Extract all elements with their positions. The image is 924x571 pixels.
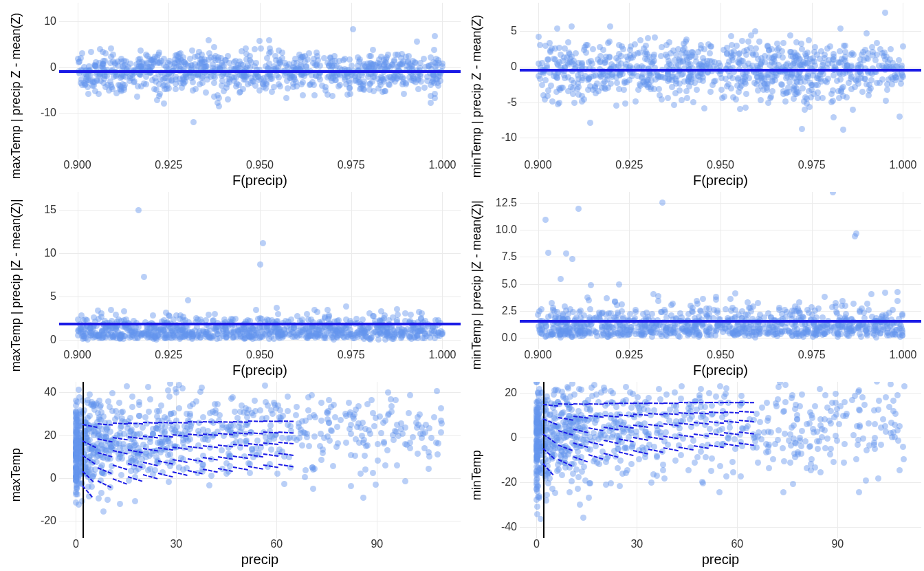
panel-0-0: maxTemp | precip Z - mean(Z)-100100.9000… [3,3,461,189]
x-tick-label: 1.000 [889,159,916,171]
y-tick-label: 0 [511,431,517,444]
y-tick-label: 0.0 [502,332,517,344]
y-tick-label: 20 [505,387,517,399]
x-tick-label: 0.950 [246,159,274,171]
trend-line [59,70,461,73]
x-tick-label: 90 [831,538,844,550]
x-axis-label: F(precip) [520,363,921,379]
x-tick-label: 0.900 [525,159,552,171]
x-axis: 0306090 [59,538,461,552]
x-tick-label: 1.000 [889,349,916,361]
x-axis-label: F(precip) [59,363,461,379]
x-tick-label: 1.000 [428,349,456,361]
trend-line [59,323,461,325]
y-axis: 051015 [29,192,59,348]
x-tick-label: 90 [371,538,383,550]
x-tick-label: 0.950 [246,349,274,361]
y-tick-label: -40 [501,521,517,533]
x-tick-label: 0.975 [798,159,826,171]
y-tick-label: 0 [511,61,517,73]
panel-1-1: minTemp | precip |Z - mean(Z)|0.02.55.07… [463,192,921,378]
y-axis-label: minTemp | precip Z - mean(Z) [463,3,490,189]
x-axis: 0.9000.9250.9500.9751.000 [520,159,921,173]
x-tick-label: 0 [73,538,79,550]
y-tick-label: 5 [511,25,517,37]
plot-area [59,382,461,538]
y-tick-label: -10 [41,107,56,119]
plot-area [59,192,461,348]
x-tick-label: 0.925 [615,349,643,361]
x-axis-label: F(precip) [520,173,921,189]
x-tick-label: 0.975 [338,159,365,171]
plot-area [520,382,921,538]
plot-area [59,3,461,159]
y-axis: -2002040 [29,382,59,538]
y-axis-label: minTemp | precip |Z - mean(Z)| [463,192,490,378]
y-tick-label: 5.0 [502,278,517,290]
y-tick-label: 10.0 [496,224,517,236]
panel-2-1: minTemp-40-200200306090precip [463,382,921,568]
x-axis: 0306090 [520,538,921,552]
y-tick-label: -5 [507,96,517,109]
y-tick-label: 0 [50,334,56,346]
x-tick-label: 60 [731,538,743,550]
vertical-line [82,382,84,538]
y-tick-label: -20 [501,476,517,488]
x-tick-label: 30 [630,538,643,550]
y-axis-label: maxTemp | precip |Z - mean(Z)| [3,192,29,378]
x-tick-label: 30 [170,538,182,550]
y-axis: -40-20020 [490,382,520,538]
x-axis-label: F(precip) [59,173,461,189]
x-tick-label: 60 [270,538,283,550]
trend-line [520,320,921,323]
y-axis: -10-505 [490,3,520,159]
y-tick-label: 0 [50,472,56,484]
panel-1-0: maxTemp | precip |Z - mean(Z)|0510150.90… [3,192,461,378]
x-tick-label: 0.900 [525,349,552,361]
y-tick-label: -20 [41,515,56,527]
panel-2-0: maxTemp-20020400306090precip [3,382,461,568]
x-axis: 0.9000.9250.9500.9751.000 [59,159,461,173]
x-axis-label: precip [520,552,921,568]
plot-area [520,3,921,159]
x-axis-label: precip [59,552,461,568]
y-tick-label: 15 [44,204,56,216]
y-axis-label: maxTemp [3,382,29,568]
y-tick-label: 0 [50,61,56,74]
x-axis: 0.9000.9250.9500.9751.000 [59,349,461,363]
x-tick-label: 0.925 [615,159,643,171]
y-tick-label: 5 [50,290,56,303]
y-axis: 0.02.55.07.510.012.5 [490,192,520,348]
y-tick-label: 2.5 [502,305,517,317]
y-tick-label: 10 [44,247,56,259]
x-tick-label: 0.975 [338,349,365,361]
x-axis: 0.9000.9250.9500.9751.000 [520,349,921,363]
y-tick-label: 40 [44,386,56,398]
x-tick-label: 0.950 [707,349,734,361]
y-tick-label: 7.5 [502,250,517,263]
x-tick-label: 0.925 [155,159,182,171]
y-tick-label: 12.5 [496,197,517,209]
trend-line [520,69,921,72]
x-tick-label: 0.900 [64,349,91,361]
y-axis: -10010 [29,3,59,159]
y-tick-label: -10 [501,131,517,144]
x-tick-label: 0.900 [64,159,91,171]
y-tick-label: 10 [44,15,56,28]
x-tick-label: 0.975 [798,349,826,361]
panel-0-1: minTemp | precip Z - mean(Z)-10-5050.900… [463,3,921,189]
y-axis-label: minTemp [463,382,490,568]
x-tick-label: 1.000 [428,159,456,171]
x-tick-label: 0.950 [707,159,734,171]
plot-area [520,192,921,348]
y-axis-label: maxTemp | precip Z - mean(Z) [3,3,29,189]
x-tick-label: 0.925 [155,349,182,361]
x-tick-label: 0 [534,538,540,550]
y-tick-label: 20 [44,429,56,442]
